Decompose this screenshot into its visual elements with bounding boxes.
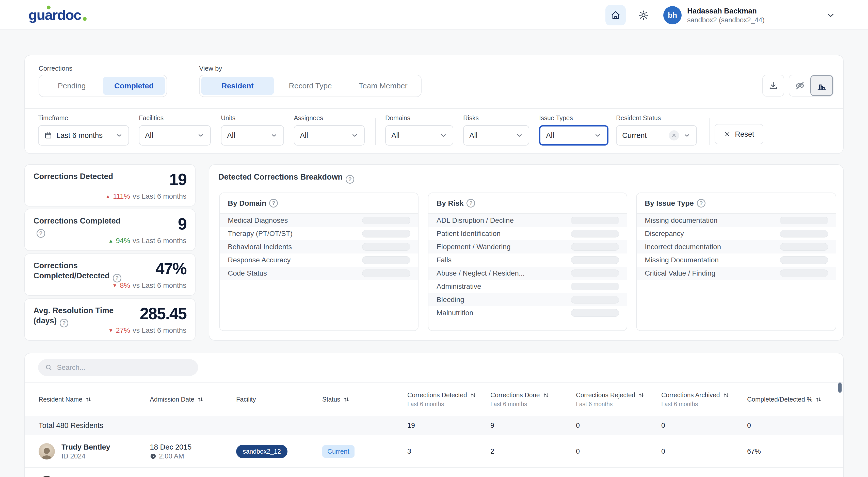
sort-icon[interactable] xyxy=(542,392,550,399)
breakdown-category-panel: By Domain Medical Diagnoses Therapy (PT/… xyxy=(219,192,418,331)
help-icon[interactable] xyxy=(697,199,706,208)
chevron-down-icon xyxy=(594,131,601,139)
column-header[interactable]: Resident Name xyxy=(39,395,150,404)
logo-period-dot xyxy=(83,17,87,21)
eye-off-icon xyxy=(795,80,805,91)
sort-icon[interactable] xyxy=(343,396,350,403)
admission-time: 2:00 AM xyxy=(150,452,236,460)
download-button[interactable] xyxy=(762,75,784,96)
kpi-title: Avg. Resolution Time (days) xyxy=(33,305,125,327)
user-menu[interactable]: bh Hadassah Backman sandbox2 (sandbox2_4… xyxy=(663,5,765,26)
toggle-tab[interactable]: Completed xyxy=(103,77,165,95)
controls-divider xyxy=(25,108,843,109)
breakdown-row-label: Patient Identification xyxy=(437,230,571,238)
column-header[interactable]: Corrections Rejected Last 6 months xyxy=(576,391,661,408)
breakdown-row-label: Discrepancy xyxy=(645,230,780,238)
column-header[interactable]: Corrections Detected Last 6 months xyxy=(407,391,490,408)
toggle-tab[interactable]: Pending xyxy=(41,77,103,95)
filter-label: Domains xyxy=(385,114,453,122)
sort-icon[interactable] xyxy=(197,396,204,403)
toggle-tab[interactable]: Team Member xyxy=(347,77,420,95)
sort-icon[interactable] xyxy=(815,396,822,403)
filter-value: Last 6 months xyxy=(56,131,111,140)
chevron-down-icon[interactable] xyxy=(826,10,837,21)
column-header[interactable]: Facility xyxy=(236,395,322,404)
breakdown-row: ADL Disruption / Decline xyxy=(428,214,627,227)
view-by-label: View by xyxy=(199,64,222,72)
reset-filters-button[interactable]: Reset xyxy=(715,124,763,144)
help-icon[interactable] xyxy=(466,199,475,208)
breakdown-row: Missing Documentation xyxy=(637,254,836,267)
trend-arrow-icon: ▼ xyxy=(112,283,117,289)
help-icon[interactable] xyxy=(60,319,68,327)
column-header-sub: Last 6 months xyxy=(490,401,568,408)
breakdown-row: Falls xyxy=(428,254,627,267)
filter-value: All xyxy=(469,131,512,140)
kpi-value: 9 xyxy=(178,216,186,238)
breakdown-row: Abuse / Neglect / Residen... xyxy=(428,267,627,280)
user-org: sandbox2 (sandbox2_44) xyxy=(687,16,765,24)
filter-select[interactable]: All xyxy=(539,125,609,146)
settings-button[interactable] xyxy=(633,5,654,25)
kpi-card: Corrections Detected 19 ▲ 111% vs Last 6… xyxy=(24,164,195,207)
panel-title: By Issue Type xyxy=(637,193,836,214)
dashboard-page: guardoc bh Hadassah Backman sandbox2 (sa… xyxy=(0,0,868,477)
tab-label: Pending xyxy=(58,82,86,90)
breakdown-row: Behavioral Incidents xyxy=(220,240,418,254)
filter-select[interactable]: All xyxy=(221,125,284,146)
admission-time-text: 2:00 AM xyxy=(159,452,184,460)
filter-group: Risks All xyxy=(463,114,529,146)
reset-label: Reset xyxy=(735,130,754,139)
user-name: Hadassah Backman xyxy=(687,6,765,16)
filter-select[interactable]: All xyxy=(139,125,211,146)
breakdown-row: Code Status xyxy=(220,267,418,280)
filter-select[interactable]: Current xyxy=(616,125,697,146)
breakdown-row: Administrative xyxy=(428,280,627,293)
filter-label: Issue Types xyxy=(539,114,609,122)
help-icon[interactable] xyxy=(346,175,354,184)
sort-icon[interactable] xyxy=(470,392,477,399)
sort-icon[interactable] xyxy=(85,396,92,403)
filter-select[interactable]: All xyxy=(385,125,453,146)
breakdown-row-label: Response Accuracy xyxy=(228,256,362,264)
breakdown-row: Medical Diagnoses xyxy=(220,214,418,227)
column-header[interactable]: Status xyxy=(322,395,407,404)
bar-track xyxy=(362,230,410,237)
total-value: 0 xyxy=(576,422,661,429)
breakdown-row: Therapy (PT/OT/ST) xyxy=(220,227,418,240)
breakdown-row-label: Elopement / Wandering xyxy=(437,243,571,251)
resident-row[interactable]: Trudy Bentley ID 2024 18 Dec 2015 2:00 A… xyxy=(25,435,843,468)
filter-select[interactable]: All xyxy=(294,125,365,146)
column-header[interactable]: Corrections Archived Last 6 months xyxy=(661,391,747,408)
filters-divider-2 xyxy=(709,118,710,145)
hide-charts-button[interactable] xyxy=(789,75,810,96)
bar-track xyxy=(571,309,619,317)
corrections-toggle: PendingCompleted xyxy=(39,75,167,97)
help-icon[interactable] xyxy=(269,199,278,208)
search-input[interactable] xyxy=(57,363,191,371)
bar-track xyxy=(571,217,619,224)
column-header[interactable]: Admission Date xyxy=(150,395,236,404)
sort-icon[interactable] xyxy=(638,392,645,399)
sort-icon[interactable] xyxy=(722,392,730,399)
filters-divider xyxy=(375,118,376,145)
home-button[interactable] xyxy=(606,5,626,25)
home-icon xyxy=(611,10,621,20)
filter-value: Current xyxy=(622,131,665,140)
toggle-tab[interactable]: Resident xyxy=(201,77,274,95)
filter-select[interactable]: Last 6 months xyxy=(38,125,129,146)
clear-filter-icon[interactable] xyxy=(669,130,679,141)
help-icon[interactable] xyxy=(113,274,121,282)
corrections-toggle-label: Corrections xyxy=(39,64,72,72)
help-icon[interactable] xyxy=(37,229,45,238)
table-scrollbar[interactable] xyxy=(838,383,842,393)
kpi-delta: ▼ 8% vs Last 6 months xyxy=(112,281,186,290)
filter-group: Timeframe Last 6 months xyxy=(38,114,129,146)
column-header[interactable]: Corrections Done Last 6 months xyxy=(490,391,576,408)
filter-select[interactable]: All xyxy=(463,125,529,146)
filter-group: Domains All xyxy=(385,114,453,146)
column-header[interactable]: Completed/Detected % xyxy=(747,395,843,404)
chart-view-button[interactable] xyxy=(810,75,833,96)
toggle-tab[interactable]: Record Type xyxy=(274,77,347,95)
tab-label: Record Type xyxy=(289,82,332,90)
